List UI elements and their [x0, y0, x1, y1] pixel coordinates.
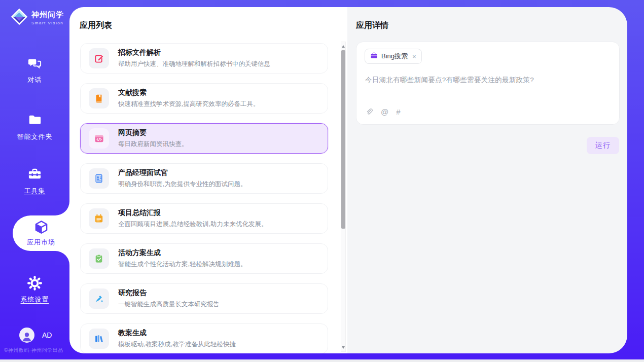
app-detail-panel: 应用详情 Bing搜索 × 今日湖北有哪些新闻要点?有哪些需要关注的最新政策? — [347, 7, 627, 353]
app-card-description: 帮助用户快速、准确地理解和解析招标书中的关键信息 — [118, 60, 270, 68]
app-card-title: 招标文件解析 — [118, 48, 270, 57]
app-list-panel: 应用列表 招标文件解析 帮助用户快速、准确地理解和解析招标书中的关键信息 文献搜… — [69, 7, 347, 353]
tool-chip-bing-search[interactable]: Bing搜索 × — [365, 49, 422, 64]
sidebar-item-label: 系统设置 — [21, 295, 49, 304]
sidebar-item-smart-folder[interactable]: 智能文件夹 — [0, 113, 69, 141]
user-avatar-icon — [19, 328, 34, 343]
app-card-title: 产品经理面试官 — [118, 168, 246, 177]
copyright-footer: ©神州数码·神州问学出品 — [4, 347, 70, 354]
brand-subtitle: Smart Vision — [31, 21, 64, 25]
app-card-title: 研究报告 — [118, 288, 220, 298]
prompt-card: Bing搜索 × 今日湖北有哪些新闻要点?有哪些需要关注的最新政策? @ # — [356, 42, 620, 125]
app-list-title: 应用列表 — [80, 20, 112, 31]
ink-pen-icon — [89, 288, 109, 309]
app-card[interactable]: 网页摘要 每日政府新闻资讯快查。 — [80, 123, 328, 154]
app-card[interactable]: 项目总结汇报 全面回顾项目进展,总结经验教训,助力未来优化发展。 — [80, 203, 328, 234]
app-window: 神州问学 Smart Vision 对话 智能文件夹 工具集 应用市场 系统设置 — [0, 0, 644, 362]
app-card-description: 全面回顾项目进展,总结经验教训,助力未来优化发展。 — [118, 220, 267, 229]
sidebar-item-label: 对话 — [28, 76, 42, 85]
clipboard-check-icon — [89, 248, 109, 269]
app-card-title: 活动方案生成 — [118, 248, 246, 258]
sidebar-item-app-market[interactable]: 应用市场 — [13, 215, 69, 251]
brand-text: 神州问学 Smart Vision — [31, 10, 64, 25]
run-button[interactable]: 运行 — [587, 137, 619, 154]
app-card[interactable]: 招标文件解析 帮助用户快速、准确地理解和解析招标书中的关键信息 — [80, 43, 328, 74]
app-card[interactable]: 教案生成 模板驱动,教案秒成,教学准备从此轻松快捷 — [80, 323, 328, 353]
resume-icon — [89, 168, 109, 189]
sidebar-item-label: 应用市场 — [27, 238, 55, 247]
app-card-title: 网页摘要 — [118, 128, 188, 137]
active-tab-curve-bottom — [55, 251, 69, 265]
browser-code-icon — [89, 128, 109, 149]
window-bottom-edge — [0, 359, 644, 362]
app-card-description: 模板驱动,教案秒成,教学准备从此轻松快捷 — [118, 340, 236, 349]
calendar-icon — [89, 208, 109, 229]
prompt-input[interactable]: 今日湖北有哪些新闻要点?有哪些需要关注的最新政策? — [365, 76, 611, 85]
tool-chip-label: Bing搜索 — [381, 52, 408, 61]
scroll-down-arrow-icon[interactable] — [341, 344, 345, 350]
app-card[interactable]: 活动方案生成 智能生成个性化活动方案,轻松解决规划难题。 — [80, 243, 328, 274]
app-detail-title: 应用详情 — [356, 20, 388, 31]
main-content: 应用列表 招标文件解析 帮助用户快速、准确地理解和解析招标书中的关键信息 文献搜… — [69, 7, 627, 353]
chat-icon — [27, 56, 42, 71]
sidebar-item-chat[interactable]: 对话 — [0, 56, 69, 85]
app-card-description: 每日政府新闻资讯快查。 — [118, 140, 188, 149]
brand-logo: 神州问学 Smart Vision — [10, 8, 64, 28]
sidebar-item-label: 智能文件夹 — [17, 132, 53, 141]
list-scrollbar[interactable] — [341, 42, 346, 352]
app-card-description: 一键智能生成高质量长文本研究报告 — [118, 300, 220, 309]
user-name: AD — [42, 331, 52, 339]
app-card[interactable]: 文献搜索 快速精准查找学术资源,提高研究效率的必备工具。 — [80, 83, 328, 114]
toolbox-icon — [27, 167, 42, 182]
brand-name: 神州问学 — [31, 10, 64, 20]
app-card[interactable]: 研究报告 一键智能生成高质量长文本研究报告 — [80, 283, 328, 314]
gear-icon — [27, 275, 42, 291]
app-card-description: 明确身份和职责,为您提供专业性的面试问题。 — [118, 180, 246, 189]
diamond-logo-icon — [10, 8, 28, 28]
scrollbar-thumb[interactable] — [341, 50, 345, 229]
book-icon — [89, 88, 109, 108]
folder-icon — [28, 113, 42, 128]
sidebar-item-toolset[interactable]: 工具集 — [0, 167, 69, 196]
briefcase-icon — [370, 52, 378, 61]
sidebar: 神州问学 Smart Vision 对话 智能文件夹 工具集 应用市场 系统设置 — [0, 0, 69, 362]
app-card-description: 快速精准查找学术资源,提高研究效率的必备工具。 — [118, 100, 259, 108]
books-icon — [89, 329, 109, 349]
chip-close-icon[interactable]: × — [412, 53, 416, 60]
attachment-icon[interactable] — [365, 108, 373, 116]
cube-icon — [33, 220, 49, 235]
app-list: 招标文件解析 帮助用户快速、准确地理解和解析招标书中的关键信息 文献搜索 快速精… — [80, 43, 328, 353]
sidebar-item-label: 工具集 — [24, 187, 46, 196]
active-tab-curve-top — [55, 201, 69, 215]
hash-icon[interactable]: # — [396, 107, 400, 116]
app-card-title: 文献搜索 — [118, 88, 259, 97]
app-card-title: 项目总结汇报 — [118, 208, 267, 218]
app-card-description: 智能生成个性化活动方案,轻松解决规划难题。 — [118, 260, 246, 269]
input-toolbar: @ # — [365, 107, 401, 116]
mention-icon[interactable]: @ — [381, 107, 388, 116]
user-account[interactable]: AD — [19, 328, 52, 343]
app-card-title: 教案生成 — [118, 329, 236, 338]
scroll-up-arrow-icon[interactable] — [341, 43, 345, 49]
app-card[interactable]: 产品经理面试官 明确身份和职责,为您提供专业性的面试问题。 — [80, 163, 328, 194]
sidebar-item-settings[interactable]: 系统设置 — [0, 275, 69, 304]
document-edit-icon — [89, 48, 109, 68]
